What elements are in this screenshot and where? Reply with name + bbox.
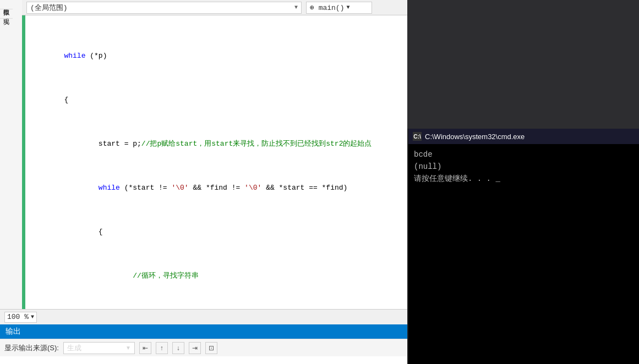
zoom-dropdown[interactable]: 100 % ▼ [4,312,37,323]
cmd-content: bcde (null) 请按任意键继续. . . _ [408,144,639,364]
output-toolbar: 显示输出来源(S): 生成 ▼ ⇤ ↑ ↓ ⇥ ⊡ [0,339,407,356]
sidebar-item-2[interactable]: 实现 [0,9,13,19]
output-source-value: 生成 [67,343,81,353]
output-btn-1[interactable]: ⇤ [139,342,151,354]
output-btn-2[interactable]: ↑ [156,342,168,354]
cmd-title: C:\Windows\system32\cmd.exe [425,133,525,141]
member-arrow: ▼ [346,4,349,10]
code-line: { [30,95,403,106]
cmd-line-1: bcde [414,148,633,161]
code-line: { [30,227,403,238]
output-header: 输出 [0,324,407,339]
editor-wrapper: (全局范围) ▼ ⊕ main() ▼ while (*p) { start =… [22,0,407,319]
output-btn-3[interactable]: ↓ [172,342,184,354]
code-line: //循环，寻找字符串 [30,271,403,282]
code-content: while (*p) { start = p;//把p赋给start，用star… [25,15,407,319]
left-sidebar: 数模拟 实现 [0,0,25,324]
scope-label: (全局范围) [30,3,68,13]
member-dropdown[interactable]: ⊕ main() ▼ [306,2,372,14]
code-line: while (*p) [30,51,403,62]
output-btn-4[interactable]: ⇥ [189,342,201,354]
code-line: while (*start != '\0' && *find != '\0' &… [30,183,403,194]
output-btn-5[interactable]: ⊡ [205,342,217,354]
cmd-titlebar: C:\ C:\Windows\system32\cmd.exe [408,129,639,144]
output-header-label: 输出 [6,327,21,337]
zoom-arrow: ▼ [31,314,34,320]
right-bg-top [407,0,639,129]
output-source-dropdown[interactable]: 生成 ▼ [63,342,135,354]
output-panel: 输出 显示输出来源(S): 生成 ▼ ⇤ ↑ ↓ ⇥ ⊡ [0,324,407,364]
cmd-icon: C:\ [413,132,422,141]
member-label: ⊕ main() [310,3,344,12]
zoom-bar: 100 % ▼ [0,309,407,324]
output-source-label: 显示输出来源(S): [4,343,59,353]
sidebar-item-1[interactable]: 数模拟 [0,0,13,9]
cmd-line-2: (null) [414,161,633,173]
cmd-line-3: 请按任意键继续. . . _ [414,173,633,185]
scope-dropdown[interactable]: (全局范围) ▼ [26,2,302,14]
code-area[interactable]: while (*p) { start = p;//把p赋给start，用star… [22,15,407,319]
scope-bar: (全局范围) ▼ ⊕ main() ▼ [22,0,407,15]
code-line: start = p;//把p赋给start，用start来寻找，防止找不到已经找… [30,139,403,150]
zoom-level: 100 % [7,313,29,321]
cmd-window: C:\ C:\Windows\system32\cmd.exe bcde (nu… [408,129,639,364]
output-source-arrow: ▼ [125,345,131,351]
scope-dropdown-arrow: ▼ [294,4,298,10]
